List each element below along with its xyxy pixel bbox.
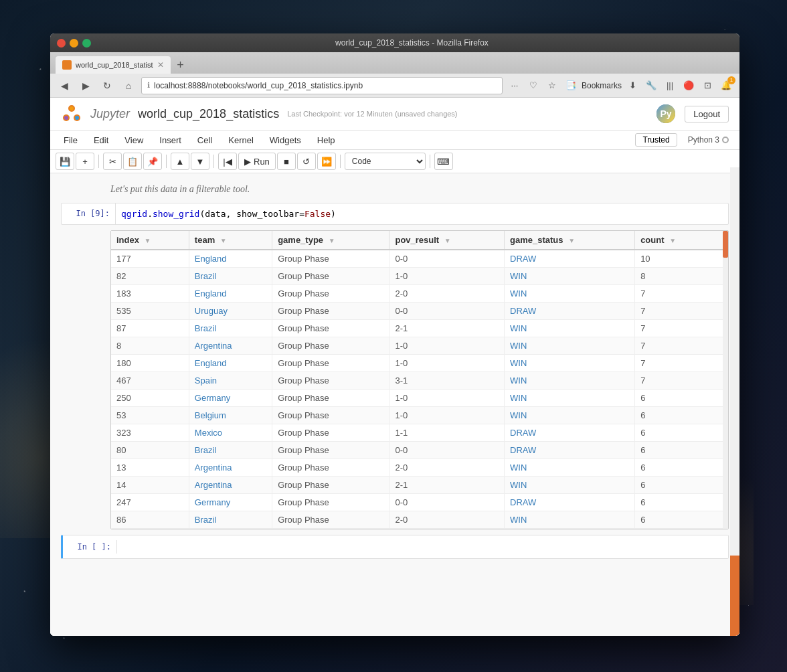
kernel-label: Python 3 — [688, 135, 719, 145]
menu-kernel[interactable]: Kernel — [226, 134, 256, 147]
firefox-window: world_cup_2018_statistics - Mozilla Fire… — [50, 33, 739, 636]
cell-content[interactable]: qgrid.show_grid(data, show_toolbar=False… — [115, 203, 728, 224]
filter-icon-count[interactable]: ▼ — [669, 237, 676, 244]
forward-button[interactable]: ▶ — [77, 77, 94, 94]
cell-index: 180 — [111, 355, 189, 372]
window-button[interactable]: ⊡ — [699, 78, 715, 94]
add-cell-button[interactable]: + — [76, 153, 94, 170]
menu-help[interactable]: Help — [315, 134, 338, 147]
table-row[interactable]: 180 England Group Phase 1-0 WIN 7 — [111, 355, 728, 372]
menu-widgets[interactable]: Widgets — [267, 134, 304, 147]
cell-team: Germany — [189, 494, 272, 511]
table-row[interactable]: 87 Brazil Group Phase 2-1 WIN 7 — [111, 320, 728, 337]
trusted-button[interactable]: Trusted — [635, 133, 677, 147]
logout-button[interactable]: Logout — [685, 106, 729, 122]
table-row[interactable]: 8 Argentina Group Phase 1-0 WIN 7 — [111, 337, 728, 355]
tab-label: world_cup_2018_statist — [76, 61, 153, 69]
nav-icons-right: ··· ♡ ☆ 📑 Bookmarks ⬇ 🔧 ||| 🔴 ⊡ 🔔1 — [507, 78, 734, 94]
table-row[interactable]: 467 Spain Group Phase 3-1 WIN 7 — [111, 372, 728, 390]
close-button[interactable] — [57, 39, 66, 48]
cell-game-status: WIN — [505, 320, 635, 337]
table-scrollbar[interactable] — [723, 231, 728, 529]
back-button[interactable]: ◀ — [56, 77, 73, 94]
new-tab-button[interactable]: + — [172, 56, 189, 74]
run-button[interactable]: ▶ Run — [238, 153, 276, 170]
cell-game-status: DRAW — [505, 303, 635, 320]
star-button[interactable]: ☆ — [544, 78, 560, 94]
paste-button[interactable]: 📌 — [143, 153, 162, 170]
table-row[interactable]: 13 Argentina Group Phase 2-0 WIN 6 — [111, 459, 728, 477]
col-pov-result[interactable]: pov_result ▼ — [389, 231, 505, 250]
col-game-status[interactable]: game_status ▼ — [505, 231, 635, 250]
interrupt-button[interactable]: ■ — [277, 153, 296, 170]
cell-text-above: Let's put this data in a filterable tool… — [50, 179, 739, 200]
table-row[interactable]: 14 Argentina Group Phase 2-1 WIN 6 — [111, 477, 728, 494]
page-scrollbar-thumb[interactable] — [730, 556, 739, 636]
save-button[interactable]: 💾 — [56, 153, 74, 170]
restart-button[interactable]: ↺ — [297, 153, 316, 170]
menu-dots-button[interactable]: ··· — [507, 78, 523, 94]
filter-icon-pov-result[interactable]: ▼ — [444, 237, 451, 244]
active-tab[interactable]: world_cup_2018_statist ✕ — [56, 56, 171, 74]
filter-icon-game-status[interactable]: ▼ — [568, 237, 575, 244]
table-row[interactable]: 86 Brazil Group Phase 2-0 WIN 6 — [111, 511, 728, 529]
menu-insert[interactable]: Insert — [157, 134, 184, 147]
maximize-button[interactable] — [82, 39, 91, 48]
cell-index: 323 — [111, 424, 189, 442]
move-down-button[interactable]: ▼ — [191, 153, 209, 170]
library-button[interactable]: ||| — [662, 78, 678, 94]
svg-point-5 — [75, 116, 79, 120]
cell-index: 183 — [111, 285, 189, 303]
table-row[interactable]: 183 England Group Phase 2-0 WIN 7 — [111, 285, 728, 303]
cell-pov-result: 0-0 — [389, 494, 505, 511]
url-bar[interactable]: ℹ localhost:8888/notebooks/world_cup_201… — [141, 77, 503, 94]
toolbar-sep-4 — [340, 155, 341, 168]
menu-cell[interactable]: Cell — [195, 134, 215, 147]
notebook-name[interactable]: world_cup_2018_statistics — [138, 107, 279, 121]
jupyter-logo — [61, 103, 82, 124]
tab-close-button[interactable]: ✕ — [157, 60, 164, 70]
table-row[interactable]: 177 England Group Phase 0-0 DRAW 10 — [111, 250, 728, 268]
menu-view[interactable]: View — [122, 134, 146, 147]
addon-button[interactable]: 🔴 — [681, 78, 697, 94]
filter-icon-index[interactable]: ▼ — [145, 237, 151, 244]
cell-game-type: Group Phase — [272, 511, 389, 529]
cut-button[interactable]: ✂ — [103, 153, 122, 170]
filter-icon-game-type[interactable]: ▼ — [329, 237, 335, 244]
col-index[interactable]: index ▼ — [111, 231, 189, 250]
empty-cell-input: In [ ]: — [63, 535, 728, 558]
copy-button[interactable]: 📋 — [123, 153, 142, 170]
col-team[interactable]: team ▼ — [189, 231, 272, 250]
download-button[interactable]: ⬇ — [624, 78, 640, 94]
col-game-type[interactable]: game_type ▼ — [272, 231, 389, 250]
page-scrollbar[interactable] — [730, 167, 739, 636]
cell-input: In [9]: qgrid.show_grid(data, show_toolb… — [62, 203, 728, 224]
table-row[interactable]: 82 Brazil Group Phase 1-0 WIN 8 — [111, 268, 728, 285]
tools-button[interactable]: 🔧 — [643, 78, 659, 94]
cell-type-select[interactable]: Code Markdown Raw NBConvert Heading — [345, 153, 426, 170]
cell-pov-result: 1-0 — [389, 390, 505, 407]
refresh-button[interactable]: ↻ — [98, 77, 116, 94]
table-row[interactable]: 53 Belgium Group Phase 1-0 WIN 6 — [111, 407, 728, 424]
pocket-button[interactable]: ♡ — [525, 78, 541, 94]
minimize-button[interactable] — [70, 39, 78, 48]
table-row[interactable]: 535 Uruguay Group Phase 0-0 DRAW 7 — [111, 303, 728, 320]
home-button[interactable]: ⌂ — [120, 77, 137, 94]
filter-icon-team[interactable]: ▼ — [220, 237, 227, 244]
empty-cell-content[interactable] — [116, 540, 728, 554]
cell-count: 7 — [635, 320, 728, 337]
keyboard-button[interactable]: ⌨ — [434, 153, 453, 170]
cell-game-status: WIN — [505, 268, 635, 285]
menu-edit[interactable]: Edit — [91, 134, 111, 147]
run-prev-button[interactable]: |◀ — [218, 153, 237, 170]
table-scrollbar-thumb[interactable] — [723, 231, 728, 258]
move-up-button[interactable]: ▲ — [171, 153, 189, 170]
col-count[interactable]: count ▼ — [635, 231, 728, 250]
table-row[interactable]: 247 Germany Group Phase 0-0 DRAW 6 — [111, 494, 728, 511]
fast-forward-button[interactable]: ⏩ — [317, 153, 336, 170]
table-row[interactable]: 323 Mexico Group Phase 1-1 DRAW 6 — [111, 424, 728, 442]
menu-file[interactable]: File — [61, 134, 80, 147]
table-row[interactable]: 250 Germany Group Phase 1-0 WIN 6 — [111, 390, 728, 407]
table-row[interactable]: 80 Brazil Group Phase 0-0 DRAW 6 — [111, 442, 728, 459]
notebook-area: Let's put this data in a filterable tool… — [50, 173, 739, 636]
